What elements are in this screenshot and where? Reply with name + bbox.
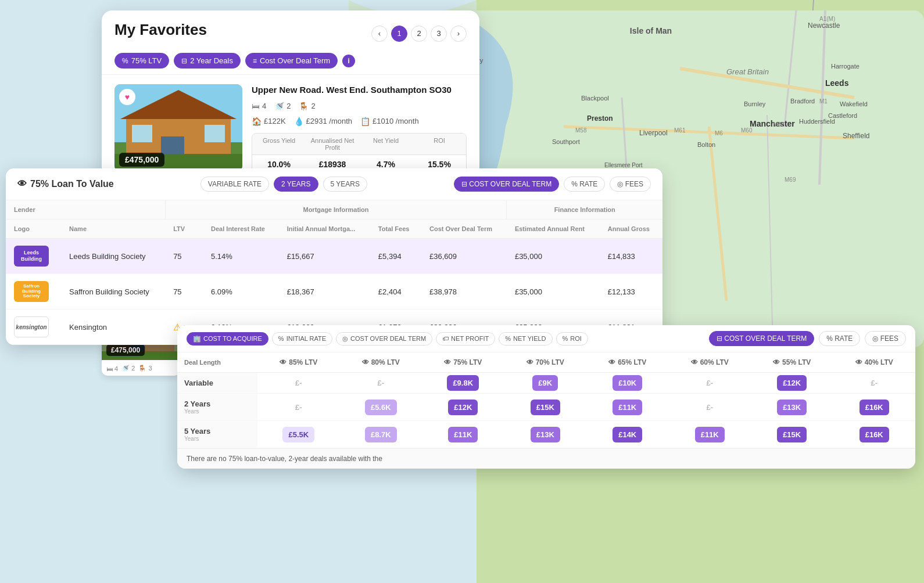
bed-icon: 🛏 bbox=[252, 102, 260, 111]
percent-roi-icon: % bbox=[563, 335, 568, 342]
percent-icon: % bbox=[122, 57, 128, 65]
info-icon-button[interactable]: i bbox=[342, 55, 355, 67]
page-3-button[interactable]: 3 bbox=[431, 26, 447, 42]
variable-80: £- bbox=[340, 373, 422, 394]
roi-filter[interactable]: % ROI bbox=[556, 332, 588, 346]
5years-75: £11K bbox=[422, 421, 504, 448]
5years-80: £8.7K bbox=[340, 421, 422, 448]
5years-label: 5 Years Years bbox=[177, 421, 257, 448]
next-page-button[interactable]: › bbox=[450, 26, 467, 42]
fees-filter[interactable]: ◎ FEES bbox=[610, 177, 651, 192]
leeds-rent-cell: £35,000 bbox=[507, 239, 600, 274]
logo-col: Logo bbox=[6, 219, 61, 239]
2year-filter[interactable]: 2 YEARS bbox=[274, 177, 318, 192]
rooms-stat: 🪑 2 bbox=[299, 102, 315, 111]
mortgage-panel: 👁 75% Loan To Value VARIABLE RATE 2 YEAR… bbox=[6, 168, 662, 345]
total-fees-col: Total Fees bbox=[370, 219, 421, 239]
table-row: Variable £- £- £9.8K £9K £10K £- £12K £- bbox=[177, 373, 915, 394]
fees-right-icon: ◎ bbox=[872, 334, 878, 343]
percent-net-icon: % bbox=[505, 335, 511, 342]
2years-60: £- bbox=[668, 394, 750, 421]
rent-icon: 💧 bbox=[294, 117, 304, 126]
svg-text:M1: M1 bbox=[819, 98, 828, 105]
mortgage-rate-filters: VARIABLE RATE 2 YEARS 5 YEARS bbox=[200, 177, 367, 192]
cost-term-col: Cost Over Deal Term bbox=[421, 219, 507, 239]
fees-right-filter[interactable]: ◎ FEES bbox=[865, 331, 906, 346]
property-details: Upper New Road. West End. Southampton SO… bbox=[252, 84, 467, 174]
variable-40: £- bbox=[833, 373, 915, 394]
cost-over-term-filter[interactable]: ⊟ COST OVER DEAL TERM bbox=[454, 177, 559, 192]
page-2-button[interactable]: 2 bbox=[411, 26, 427, 42]
sort-icon: ≡ bbox=[253, 57, 257, 65]
calendar-icon: ⊟ bbox=[181, 57, 187, 65]
eye-icon-70: 👁 bbox=[527, 358, 533, 366]
svg-text:A1(M): A1(M) bbox=[819, 16, 835, 22]
prev-page-button[interactable]: ‹ bbox=[371, 26, 388, 42]
rate-filter[interactable]: % RATE bbox=[564, 177, 605, 192]
variable-65: £10K bbox=[586, 373, 668, 394]
mortgage-right-filters: ⊟ COST OVER DEAL TERM % RATE ◎ FEES bbox=[454, 177, 651, 192]
saffron-rent-cell: £35,000 bbox=[507, 274, 600, 310]
page-1-button[interactable]: 1 bbox=[391, 26, 407, 42]
leeds-ltv-cell: 75 bbox=[165, 239, 203, 274]
leeds-cost-cell: £36,609 bbox=[421, 239, 507, 274]
deal-panel: 🏢 COST TO ACQUIRE % INITIAL RATE ◎ COST … bbox=[177, 325, 915, 469]
building-icon: 🏢 bbox=[193, 335, 201, 343]
net-yield-header: Net Yield bbox=[359, 134, 413, 155]
2years-sublabel: Years bbox=[184, 408, 250, 415]
net-profit-filter[interactable]: 🏷 NET PROFIT bbox=[436, 332, 495, 346]
deal-table: Deal Length 👁 85% LTV 👁 80% LTV 👁 75% LT… bbox=[177, 352, 915, 448]
svg-text:Burnley: Burnley bbox=[744, 100, 766, 107]
svg-rect-53 bbox=[132, 125, 152, 142]
cost-over-term-right-filter[interactable]: ⊟ COST OVER DEAL TERM bbox=[709, 331, 814, 346]
variable-60: £- bbox=[668, 373, 750, 394]
table-row: 2 Years Years £- £5.6K £12K £15K £11K £-… bbox=[177, 394, 915, 421]
saffron-gross-cell: £12,133 bbox=[600, 274, 662, 310]
variable-rate-filter[interactable]: VARIABLE RATE bbox=[200, 177, 269, 192]
2years-85: £- bbox=[257, 394, 339, 421]
60ltv-header: 👁 60% LTV bbox=[668, 352, 750, 373]
2years-75: £12K bbox=[422, 394, 504, 421]
rate-right-filter[interactable]: % RATE bbox=[819, 331, 860, 346]
net-yield-filter[interactable]: % NET YIELD bbox=[499, 332, 552, 346]
favorites-panel: My Favorites ‹ 1 2 3 › % 75% LTV ⊟ 2 Yea… bbox=[102, 10, 479, 184]
property-financials: 🏠 £122K 💧 £2931 /month 📋 £1010 /month bbox=[252, 117, 467, 126]
cost-acquire-filter[interactable]: 🏢 COST TO ACQUIRE bbox=[187, 332, 268, 346]
eye-icon-40: 👁 bbox=[855, 358, 862, 366]
svg-text:M62: M62 bbox=[773, 121, 785, 128]
mortgage-title: 👁 75% Loan To Value bbox=[17, 179, 114, 189]
sort-filter-tab[interactable]: ≡ Cost Over Deal Term bbox=[245, 53, 338, 69]
mortgage-icon: 📋 bbox=[360, 117, 370, 126]
ltv-filter-tab[interactable]: % 75% LTV bbox=[114, 53, 169, 69]
svg-text:Bolton: Bolton bbox=[697, 141, 715, 148]
5year-filter[interactable]: 5 YEARS bbox=[323, 177, 367, 192]
svg-text:Leeds: Leeds bbox=[825, 78, 849, 88]
roi-header: ROI bbox=[413, 134, 466, 155]
svg-text:Liverpool: Liverpool bbox=[639, 129, 668, 137]
lender-col-header: Lender bbox=[6, 200, 165, 219]
5years-70: £13K bbox=[504, 421, 586, 448]
2years-70: £15K bbox=[504, 394, 586, 421]
leeds-logo: LeedsBuilding bbox=[14, 246, 49, 267]
est-rent-col: Estimated Annual Rent bbox=[507, 219, 600, 239]
svg-text:M60: M60 bbox=[741, 127, 753, 134]
heart-button[interactable]: ♥ bbox=[119, 89, 135, 105]
svg-text:Ellesmere Port: Ellesmere Port bbox=[604, 162, 643, 168]
svg-text:Bradford: Bradford bbox=[790, 98, 815, 105]
eye-icon-85: 👁 bbox=[280, 358, 286, 366]
filter-tabs: % 75% LTV ⊟ 2 Year Deals ≡ Cost Over Dea… bbox=[114, 53, 467, 69]
saffron-name-cell: Saffron Building Society bbox=[61, 274, 165, 310]
initial-rate-filter[interactable]: % INITIAL RATE bbox=[272, 332, 332, 346]
eye-icon-75: 👁 bbox=[444, 358, 451, 366]
svg-text:M61: M61 bbox=[674, 127, 686, 134]
5years-40: £16K bbox=[833, 421, 915, 448]
price-badge: £475,000 bbox=[119, 153, 164, 167]
kensington-logo: kensington bbox=[14, 316, 49, 337]
deals-filter-tab[interactable]: ⊟ 2 Year Deals bbox=[174, 53, 241, 69]
annual-mort-col: Initial Annual Mortga... bbox=[279, 219, 370, 239]
page-title: My Favorites bbox=[114, 21, 207, 39]
table-row: SaffronBuildingSociety Saffron Building … bbox=[6, 274, 662, 310]
table-row: LeedsBuilding Leeds Building Society 75 … bbox=[6, 239, 662, 274]
cost-over-term-deal-filter[interactable]: ◎ COST OVER DEAL TERM bbox=[336, 332, 432, 346]
second-price-badge: £475,000 bbox=[106, 344, 145, 356]
